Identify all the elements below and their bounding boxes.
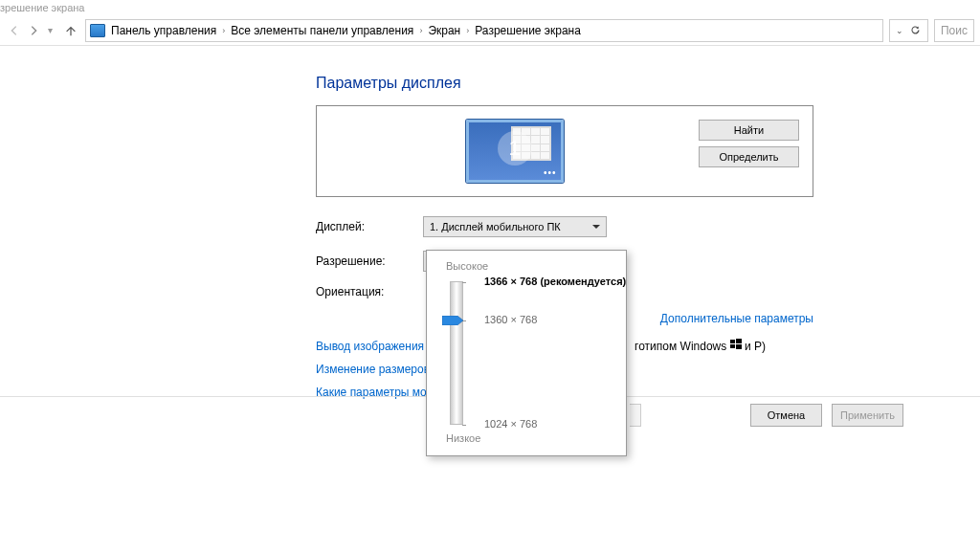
nav-up-icon[interactable] xyxy=(62,22,79,39)
svg-rect-3 xyxy=(736,344,742,349)
svg-marker-4 xyxy=(442,316,463,325)
identify-button[interactable]: Определить xyxy=(699,146,799,167)
navigation-bar: ▾ Панель управления › Все элементы панел… xyxy=(0,15,980,46)
resolution-slider-popup[interactable]: Высокое 1366 × 768 (рекомендуется) 1360 … xyxy=(426,250,627,456)
resolution-slider-thumb[interactable] xyxy=(442,316,463,325)
control-panel-icon xyxy=(90,24,105,37)
resolution-option[interactable]: 1366 × 768 (рекомендуется) xyxy=(484,276,626,287)
refresh-icon[interactable] xyxy=(909,24,922,36)
slider-low-label: Низкое xyxy=(446,432,612,444)
chevron-right-icon: › xyxy=(222,26,225,35)
orientation-label: Ориентация: xyxy=(316,285,423,298)
nav-sep: ▾ xyxy=(48,25,53,35)
monitor-dots-icon: ••• xyxy=(544,167,557,178)
window-title: зрешение экрана xyxy=(0,0,980,15)
search-input[interactable]: Поис xyxy=(934,19,974,42)
svg-rect-2 xyxy=(730,344,735,348)
resolution-option[interactable]: 1024 × 768 xyxy=(484,418,537,430)
chevron-right-icon: › xyxy=(419,26,422,35)
breadcrumb-item[interactable]: Панель управления xyxy=(111,24,216,37)
chevron-down-icon[interactable]: ⌄ xyxy=(896,26,903,35)
page-title: Параметры дисплея xyxy=(316,75,980,92)
display-preview-panel: 1 ••• Найти Определить xyxy=(316,105,813,197)
display-label: Дисплей: xyxy=(316,220,423,233)
windows-key-icon xyxy=(730,339,742,350)
find-button[interactable]: Найти xyxy=(699,120,799,141)
monitor-thumbnail[interactable]: 1 ••• xyxy=(466,120,564,183)
monitor-number: 1 xyxy=(508,136,520,161)
resolution-label: Разрешение: xyxy=(316,254,423,268)
advanced-settings-link[interactable]: Дополнительные параметры xyxy=(660,312,813,325)
breadcrumb[interactable]: Панель управления › Все элементы панели … xyxy=(85,19,883,42)
projector-link[interactable]: Вывод изображения на xyxy=(316,340,440,353)
nav-forward-icon[interactable] xyxy=(25,22,42,39)
nav-back-icon[interactable] xyxy=(6,22,23,39)
breadcrumb-item[interactable]: Все элементы панели управления xyxy=(231,24,413,37)
breadcrumb-item[interactable]: Экран xyxy=(428,24,460,37)
display-dropdown[interactable]: 1. Дисплей мобильного ПК xyxy=(423,216,607,237)
resolution-option[interactable]: 1360 × 768 xyxy=(484,314,537,325)
projector-hint: готипом Windows и P) xyxy=(635,340,766,353)
svg-rect-1 xyxy=(736,339,742,343)
chevron-right-icon: › xyxy=(466,26,469,35)
breadcrumb-item[interactable]: Разрешение экрана xyxy=(475,24,581,37)
address-controls[interactable]: ⌄ xyxy=(889,19,928,42)
resolution-slider-track[interactable] xyxy=(450,281,463,425)
slider-high-label: Высокое xyxy=(446,260,612,272)
apply-button: Применить xyxy=(832,404,903,427)
cancel-button[interactable]: Отмена xyxy=(750,404,822,427)
ok-button-hidden[interactable] xyxy=(630,404,641,427)
svg-rect-0 xyxy=(730,340,735,343)
